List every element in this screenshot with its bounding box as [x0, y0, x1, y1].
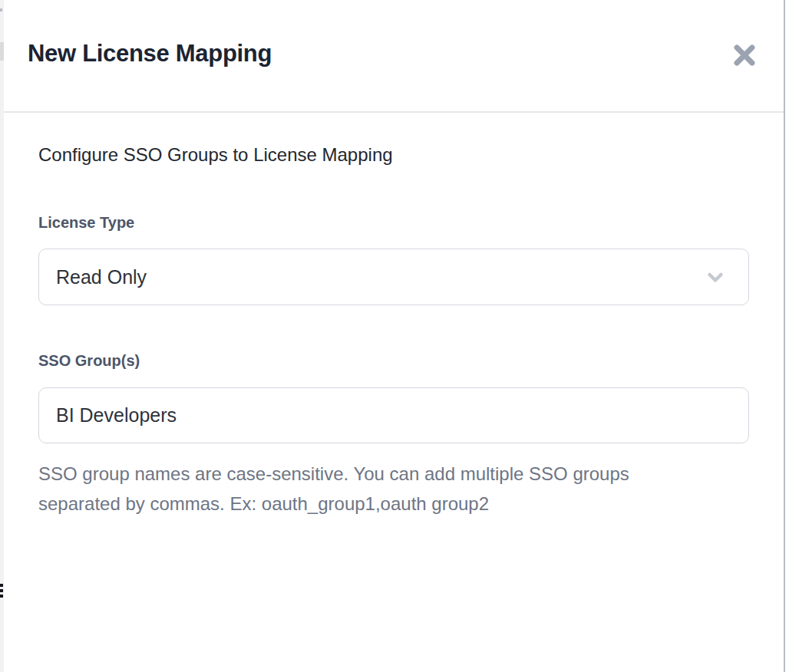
close-button[interactable]	[728, 38, 761, 72]
license-type-selected-value: Read Only	[56, 266, 147, 288]
sso-groups-input[interactable]	[38, 387, 749, 443]
license-type-select[interactable]: Read Only	[38, 249, 749, 305]
sso-groups-label: SSO Group(s)	[38, 351, 140, 371]
menu-icon-edge	[0, 589, 3, 592]
header-divider	[4, 111, 784, 113]
license-type-label: License Type	[38, 212, 134, 232]
modal-subtitle: Configure SSO Groups to License Mapping	[38, 141, 393, 169]
help-text-line: SSO group names are case-sensitive. You …	[38, 459, 629, 489]
page-edge-artifact	[0, 8, 2, 12]
sso-groups-help-text: SSO group names are case-sensitive. You …	[38, 459, 629, 519]
menu-icon-edge	[0, 584, 3, 587]
screen: New License Mapping Configure SSO Groups…	[0, 0, 789, 672]
modal-title: New License Mapping	[28, 38, 272, 69]
chevron-down-icon	[704, 265, 727, 288]
menu-icon-edge	[0, 595, 3, 598]
modal-header: New License Mapping	[4, 0, 784, 111]
help-text-line: separated by commas. Ex: oauth_group1,oa…	[38, 489, 629, 519]
close-icon	[731, 42, 758, 68]
page-edge-right	[784, 0, 785, 672]
new-license-mapping-modal: New License Mapping Configure SSO Groups…	[4, 0, 784, 672]
